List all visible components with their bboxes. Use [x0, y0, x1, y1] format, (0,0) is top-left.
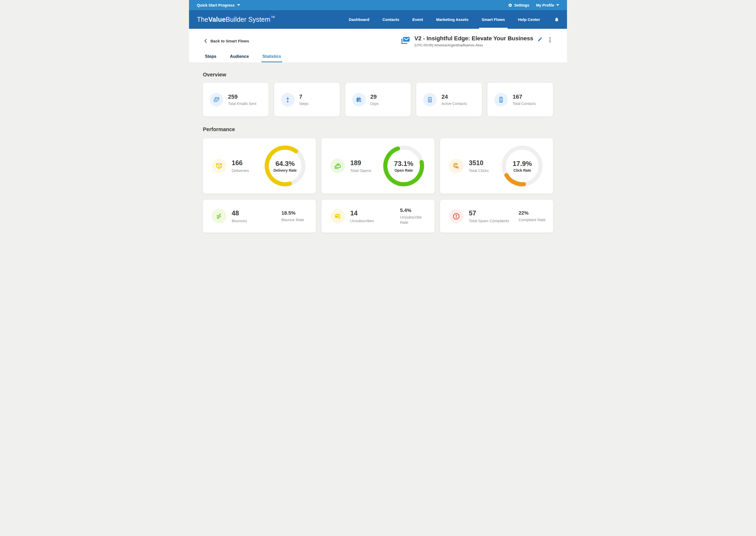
flow-timezone: (UTC-03:00) America/Argentina/Buenos Air… — [414, 43, 533, 47]
overview-cards: 259 Total Emails Sent 7 Steps — [203, 83, 553, 117]
complaint-rate-value: 22% — [519, 210, 549, 216]
back-link[interactable]: Back to Smart Flows — [204, 39, 249, 43]
calendar-clock-icon — [352, 93, 366, 107]
bounce-rate-value: 18.5% — [281, 210, 312, 216]
total-opens-card: 189 Total Opens 73.1% Open Rate — [322, 138, 434, 194]
total-contacts-value: 167 — [513, 93, 536, 100]
tab-statistics[interactable]: Statistics — [261, 54, 282, 62]
nav-item-event[interactable]: Event — [412, 10, 424, 29]
spam-complaints-card: 57 Total Spam Complaints 22% Complaint R… — [440, 200, 553, 233]
days-value: 29 — [370, 93, 379, 100]
steps-label: Steps — [299, 102, 309, 106]
unsubscribe-rate-value: 5.4% — [400, 208, 431, 213]
total-opens-label: Total Opens — [350, 168, 371, 173]
performance-rate-cards: 48 Bounces 18.5% Bounce Rate — [203, 200, 553, 233]
deliveries-card: 166 Deliveries 64.3% Delivery Rate — [203, 138, 316, 194]
nav-menu: Dashboard Contacts Event Marketing Asset… — [348, 10, 559, 29]
tab-steps[interactable]: Steps — [204, 54, 218, 62]
performance-donut-cards: 166 Deliveries 64.3% Delivery Rate — [203, 138, 553, 194]
topbar-right: Settings My Profile — [508, 3, 560, 7]
spam-complaints-value: 57 — [469, 209, 509, 217]
flow-tabs: Steps Audience Statistics — [204, 54, 282, 62]
deliveries-label: Deliveries — [232, 168, 249, 173]
unsubscribes-card: 14 Unsubscribes 5.4% Unsubscribe Rate — [322, 200, 434, 233]
complaint-rate-label: Complaint Rate — [519, 217, 549, 222]
mail-stack-icon — [210, 93, 223, 107]
envelope-check-icon — [212, 159, 226, 173]
main-navbar: The ValueBuilder SystemTM Dashboard Cont… — [189, 10, 567, 29]
chevron-down-icon — [237, 4, 240, 6]
notifications-button[interactable] — [554, 10, 559, 29]
total-clicks-label: Total Clicks — [469, 168, 489, 173]
brand-trademark: TM — [271, 16, 275, 18]
click-rate-value: 17.9% — [513, 160, 532, 168]
total-contacts-card: 167 Total Contacts — [487, 83, 553, 117]
tab-audience[interactable]: Audience — [229, 54, 250, 62]
brand-bold: Value — [208, 16, 226, 23]
app-screen: Quick Start Progress Settings My Profile… — [189, 0, 567, 268]
delivery-rate-donut: 64.3% Delivery Rate — [264, 145, 306, 187]
steps-value: 7 — [299, 93, 309, 100]
open-rate-donut: 73.1% Open Rate — [383, 145, 425, 187]
quick-start-progress-label: Quick Start Progress — [197, 3, 234, 7]
bell-icon — [554, 17, 559, 22]
double-check-icon — [212, 209, 226, 223]
spam-complaints-label: Total Spam Complaints — [469, 218, 509, 223]
total-emails-sent-label: Total Emails Sent — [228, 102, 256, 106]
delivery-rate-label: Delivery Rate — [274, 168, 297, 173]
flow-title-block: V2 - Insightful Edge: Elevate Your Busin… — [401, 35, 552, 47]
contact-card-icon — [494, 93, 508, 107]
days-label: Days — [370, 102, 379, 106]
click-target-icon — [449, 159, 464, 173]
nav-item-help-center[interactable]: Help Center — [518, 10, 540, 29]
envelope-minus-icon — [330, 209, 345, 223]
nav-item-marketing-assets[interactable]: Marketing Assets — [435, 10, 469, 29]
click-rate-donut: 17.9% Click Rate — [501, 145, 543, 187]
chevron-left-icon — [204, 39, 207, 43]
open-rate-value: 73.1% — [394, 160, 413, 168]
quick-start-progress-dropdown[interactable]: Quick Start Progress — [197, 3, 240, 7]
unsubscribes-value: 14 — [350, 209, 374, 217]
nav-item-contacts[interactable]: Contacts — [382, 10, 400, 29]
more-options-button[interactable] — [548, 36, 552, 44]
my-profile-label: My Profile — [536, 3, 554, 7]
nav-item-dashboard[interactable]: Dashboard — [348, 10, 370, 29]
steps-card: 7 Steps — [274, 83, 340, 117]
flow-title-texts: V2 - Insightful Edge: Elevate Your Busin… — [414, 35, 533, 47]
active-contacts-value: 24 — [441, 93, 467, 100]
steps-icon — [281, 93, 294, 107]
total-opens-value: 189 — [350, 159, 371, 167]
chevron-down-icon — [556, 4, 559, 6]
days-card: 29 Days — [345, 83, 411, 117]
utility-topbar: Quick Start Progress Settings My Profile — [189, 0, 567, 10]
bounces-card: 48 Bounces 18.5% Bounce Rate — [203, 200, 316, 233]
nav-item-smart-flows[interactable]: Smart Flows — [481, 10, 505, 29]
brand-prefix: The — [197, 16, 208, 23]
total-clicks-card: 3510 Total Clicks 17.9% Click Rate — [440, 138, 553, 194]
unsubscribes-label: Unsubscribes — [350, 218, 374, 223]
total-clicks-value: 3510 — [469, 159, 489, 167]
active-contacts-card: 24 Active Contacts — [416, 83, 482, 117]
envelope-open-check-icon — [330, 159, 345, 173]
my-profile-menu[interactable]: My Profile — [536, 3, 559, 7]
deliveries-value: 166 — [232, 159, 249, 167]
bounces-label: Bounces — [232, 218, 247, 223]
brand-logo[interactable]: The ValueBuilder SystemTM — [197, 10, 275, 29]
total-contacts-label: Total Contacts — [513, 102, 536, 106]
click-rate-label: Click Rate — [513, 168, 531, 173]
total-emails-sent-card: 259 Total Emails Sent — [203, 83, 269, 117]
back-label: Back to Smart Flows — [211, 39, 249, 43]
flow-title: V2 - Insightful Edge: Elevate Your Busin… — [414, 35, 533, 42]
contact-badge-icon — [423, 93, 437, 107]
settings-label: Settings — [514, 3, 529, 7]
envelope-flow-icon — [401, 36, 410, 45]
total-emails-sent-value: 259 — [228, 93, 256, 100]
open-rate-label: Open Rate — [395, 168, 413, 173]
edit-pencil-button[interactable] — [537, 37, 543, 42]
unsubscribe-rate-label: Unsubscribe Rate — [400, 215, 431, 225]
active-contacts-label: Active Contacts — [441, 102, 467, 106]
settings-button[interactable]: Settings — [508, 3, 529, 7]
delivery-rate-value: 64.3% — [275, 160, 295, 168]
spam-alert-icon — [449, 209, 464, 223]
statistics-content: Overview 259 Total Emails Sent — [189, 62, 567, 233]
